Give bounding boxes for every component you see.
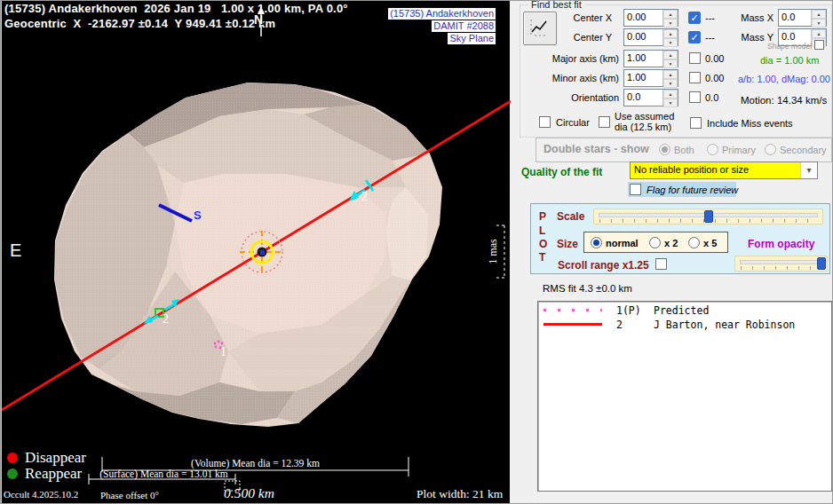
- quality-combobox[interactable]: No reliable position or size ▾: [630, 161, 818, 179]
- include-miss-checkbox[interactable]: [690, 117, 702, 129]
- minor-axis-fit-value: 0.00: [705, 73, 724, 83]
- center-x-spinner[interactable]: 0.00 ▲▼: [623, 9, 678, 27]
- use-assumed-line1: Use assumed: [615, 111, 674, 122]
- spin-up-icon[interactable]: ▲: [663, 29, 678, 38]
- sky-plane-plot: [2, 1, 511, 503]
- circular-checkbox[interactable]: [539, 116, 551, 128]
- damit-model-chip: DAMIT #2088: [432, 20, 496, 32]
- version-label: Occult 4.2025.10.2: [4, 489, 78, 500]
- chord-2-lower-label: 2: [163, 312, 169, 327]
- center-y-label: Center Y: [551, 32, 612, 43]
- mass-x-label: Mass X: [733, 12, 774, 23]
- orientation-fit-checkbox[interactable]: [689, 91, 701, 103]
- size-x2-radio[interactable]: [649, 237, 661, 248]
- double-stars-both-radio[interactable]: [659, 144, 670, 155]
- scroll-range-checkbox[interactable]: [655, 258, 667, 270]
- plot-title-line2: Geocentric X -2162.97 ±0.14 Y 949.41 ±0.…: [4, 17, 275, 30]
- plot-letter-l: L: [539, 224, 545, 237]
- double-stars-secondary-radio[interactable]: [765, 144, 776, 155]
- double-stars-primary-radio[interactable]: [707, 144, 718, 155]
- rms-fit-label: RMS fit 4.3 ±0.0 km: [543, 283, 632, 294]
- scale-slider[interactable]: [593, 209, 823, 224]
- center-y-spinner[interactable]: 0.00 ▲▼: [623, 28, 678, 46]
- scroll-range-label: Scroll range x1.25: [558, 259, 649, 272]
- size-normal-radio[interactable]: [591, 237, 602, 248]
- plot-title-line1: (15735) Andakerkhoven 2026 Jan 19 1.00 x…: [4, 2, 348, 15]
- object-name-chip: (15735) Andakerkhoven: [388, 8, 496, 20]
- center-x-label: Center X: [551, 12, 612, 23]
- chevron-down-icon[interactable]: ▾: [800, 162, 817, 178]
- scale-label: Scale: [557, 210, 584, 223]
- center-x-value[interactable]: 0.00: [624, 10, 662, 26]
- predicted-chord-swatch-icon: [543, 309, 602, 311]
- disappear-dot-icon: [7, 453, 18, 463]
- size-radio-group: normal x 2 x 5: [583, 232, 728, 253]
- major-axis-label: Major axis (km): [541, 53, 619, 64]
- spin-up-icon[interactable]: ▲: [812, 10, 826, 19]
- plot-letter-p: P: [539, 210, 546, 223]
- spin-down-icon[interactable]: ▼: [663, 79, 678, 88]
- spin-up-icon[interactable]: ▲: [812, 29, 826, 38]
- spin-up-icon[interactable]: ▲: [663, 10, 678, 19]
- major-axis-spinner[interactable]: 1.00 ▲▼: [623, 50, 678, 67]
- plot-settings-panel: P L O T Scale Size normal x 2 x 5 Form o…: [530, 203, 830, 274]
- minor-axis-fit-checkbox[interactable]: [689, 72, 701, 83]
- chord-id: 2: [616, 319, 654, 331]
- center-x-dash: ---: [705, 12, 715, 23]
- flag-review-checkbox[interactable]: [630, 184, 641, 195]
- mas-scale-label: 1 mas: [487, 232, 500, 272]
- use-assumed-dia-checkbox[interactable]: [599, 116, 610, 128]
- major-axis-value[interactable]: 1.00: [624, 51, 662, 67]
- scale-slider-thumb[interactable]: [704, 210, 713, 223]
- sky-plane-chip: Sky Plane: [448, 33, 496, 44]
- find-best-fit-title: Find best fit: [528, 0, 584, 10]
- quality-label: Quality of the fit: [521, 166, 602, 178]
- spin-down-icon[interactable]: ▼: [812, 19, 826, 28]
- spin-down-icon[interactable]: ▼: [663, 59, 678, 68]
- sky-plane-canvas[interactable]: (15735) Andakerkhoven 2026 Jan 19 1.00 x…: [1, 1, 510, 503]
- minor-axis-label: Minor axis (km): [541, 73, 619, 83]
- major-axis-fit-value: 0.00: [705, 53, 724, 64]
- chord-observer: Predicted: [654, 304, 709, 317]
- chord-list-item[interactable]: 2 J Barton, near Robinson: [538, 319, 831, 330]
- circular-label: Circular: [556, 117, 590, 128]
- use-assumed-line2: dia (12.5 km): [615, 122, 671, 132]
- size-label: Size: [557, 238, 578, 250]
- spin-up-icon[interactable]: ▲: [663, 51, 678, 59]
- opacity-slider[interactable]: [734, 256, 828, 272]
- chord-listbox[interactable]: 1(P) Predicted 2 J Barton, near Robinson: [537, 301, 832, 492]
- spin-up-icon[interactable]: ▲: [663, 70, 678, 79]
- plot-letter-t: T: [539, 251, 545, 264]
- orientation-fit-value: 0.0: [705, 92, 718, 103]
- double-stars-secondary-label: Secondary: [780, 145, 827, 155]
- chord-list-item[interactable]: 1(P) Predicted: [538, 304, 831, 316]
- legend-disappear: Disappear: [7, 449, 86, 467]
- minor-axis-spinner[interactable]: 1.00 ▲▼: [623, 69, 678, 87]
- center-y-value[interactable]: 0.00: [624, 29, 662, 45]
- major-axis-fit-checkbox[interactable]: [689, 52, 701, 64]
- minor-axis-value[interactable]: 1.00: [624, 70, 662, 86]
- center-x-fit-checkbox[interactable]: [688, 12, 701, 24]
- center-y-fit-checkbox[interactable]: [688, 31, 701, 43]
- orientation-spinner[interactable]: 0.0 ▲▼: [623, 89, 678, 106]
- north-label: N: [254, 12, 263, 27]
- east-label: E: [10, 240, 21, 261]
- legend-reappear: Reappear: [7, 465, 82, 483]
- form-opacity-label[interactable]: Form opacity: [748, 238, 814, 250]
- spin-up-icon[interactable]: ▲: [663, 90, 678, 98]
- shape-model-checkbox[interactable]: [814, 40, 824, 50]
- size-x5-radio[interactable]: [688, 237, 700, 248]
- spin-down-icon[interactable]: ▼: [663, 38, 678, 47]
- orientation-value[interactable]: 0.0: [624, 90, 662, 106]
- mass-x-spinner[interactable]: 0.0 ▲▼: [778, 9, 827, 27]
- plot-letter-o: O: [539, 238, 547, 250]
- spin-down-icon[interactable]: ▼: [663, 98, 678, 107]
- spin-down-icon[interactable]: ▼: [663, 19, 678, 28]
- shape-model-label: Shape model: [767, 42, 812, 51]
- double-stars-title: Double stars - show: [543, 143, 649, 155]
- occult-fit-window: (15735) Andakerkhoven 2026 Jan 19 1.00 x…: [0, 0, 833, 504]
- size-x2-label: x 2: [664, 238, 678, 248]
- mass-x-value[interactable]: 0.0: [779, 10, 811, 26]
- opacity-slider-thumb[interactable]: [817, 257, 826, 270]
- plot-width-label: Plot width: 21 km: [416, 487, 503, 501]
